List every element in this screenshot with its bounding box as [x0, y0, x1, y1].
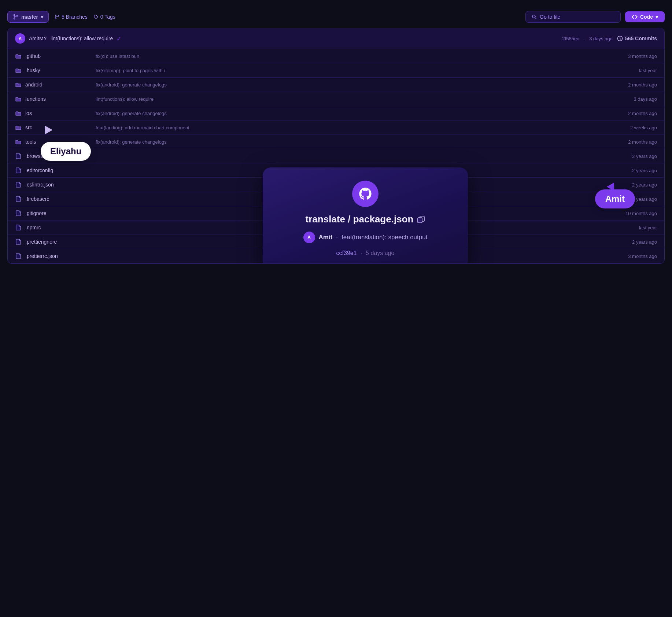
- toolbar-right: Go to file Code ▾: [525, 11, 665, 23]
- branches-icon: [55, 14, 60, 19]
- folder-icon: [15, 138, 22, 145]
- file-icon: [15, 196, 22, 202]
- table-row[interactable]: functions lint(functions): allow require…: [8, 92, 664, 106]
- file-commit-message: fix(sitemap): point to pages with /: [88, 68, 617, 73]
- tooltip-dot-2: ·: [361, 250, 362, 256]
- history-icon: [617, 36, 623, 41]
- commit-text: lint(functions): allow require: [51, 36, 113, 41]
- branches-label: 5 Branches: [62, 14, 88, 20]
- tags-label: 0 Tags: [100, 14, 115, 20]
- tooltip-hash-row: ccf39e1 · 5 days ago: [336, 250, 395, 256]
- tooltip-commit-message: feat(translation): speech output: [341, 234, 427, 241]
- github-logo: [352, 181, 379, 207]
- table-row[interactable]: .browserslistrc 3 years ago: [8, 149, 664, 163]
- file-time: 2 months ago: [617, 139, 657, 145]
- file-name: tools: [25, 139, 36, 145]
- folder-icon: [15, 81, 22, 88]
- table-row[interactable]: ios fix(android): generate changelogs 2 …: [8, 106, 664, 121]
- file-tooltip-card: translate / package.json A Amit · feat(t…: [263, 167, 468, 264]
- code-icon: [632, 14, 638, 20]
- svg-point-4: [55, 18, 56, 19]
- tooltip-overlay: translate / package.json A Amit · feat(t…: [66, 167, 664, 264]
- toolbar-left: master ▾ 5 Branches 0 Tags: [7, 11, 115, 23]
- table-row[interactable]: .husky fix(sitemap): point to pages with…: [8, 63, 664, 78]
- file-row-left: android: [15, 81, 88, 88]
- commits-link[interactable]: 565 Commits: [617, 36, 657, 41]
- latest-commit-message: AmitMY: [29, 36, 47, 41]
- tooltip-time: 5 days ago: [366, 250, 394, 256]
- check-icon: ✓: [117, 35, 121, 42]
- repo-header-left: A AmitMY lint(functions): allow require …: [15, 33, 121, 44]
- commit-time: 3 days ago: [589, 36, 613, 41]
- tag-icon: [93, 14, 99, 19]
- folder-icon: [15, 124, 22, 131]
- file-name: .eslintrc.json: [25, 182, 54, 188]
- folder-icon: [15, 67, 22, 74]
- file-name: ios: [25, 110, 32, 116]
- folder-icon: [15, 110, 22, 117]
- file-name: .github: [25, 53, 41, 59]
- file-time: last year: [617, 68, 657, 73]
- eliyahu-name-bubble: Eliyahu: [41, 142, 91, 161]
- file-time: 2 months ago: [617, 111, 657, 116]
- tooltip-dot-1: ·: [336, 234, 338, 241]
- repo-file-browser: A AmitMY lint(functions): allow require …: [7, 28, 665, 264]
- table-row[interactable]: android fix(android): generate changelog…: [8, 78, 664, 92]
- file-commit-message: lint(functions): allow require: [88, 96, 617, 102]
- avatar: A: [15, 33, 25, 44]
- code-button[interactable]: Code ▾: [625, 11, 665, 22]
- goto-file-search[interactable]: Go to file: [525, 11, 621, 23]
- tooltip-title: translate / package.json: [306, 214, 425, 225]
- file-name: .firebaserc: [25, 196, 49, 202]
- file-name: .prettierrc.json: [25, 253, 58, 259]
- repo-commit-header: A AmitMY lint(functions): allow require …: [8, 28, 664, 49]
- svg-point-0: [14, 15, 15, 16]
- toolbar: master ▾ 5 Branches 0 Tags: [7, 7, 665, 28]
- search-placeholder: Go to file: [540, 14, 560, 20]
- file-time: 3 days ago: [617, 96, 657, 102]
- table-row[interactable]: .github fix(ci): use latest bun 3 months…: [8, 49, 664, 63]
- file-name: .npmrc: [25, 225, 41, 230]
- commits-count: 565 Commits: [625, 36, 657, 41]
- repo-header-right: 2f585ec · 3 days ago 565 Commits: [562, 36, 657, 41]
- search-icon: [532, 14, 537, 19]
- file-row-left: .github: [15, 53, 88, 59]
- commit-separator: ·: [584, 36, 585, 41]
- amit-name-bubble: Amit: [595, 189, 635, 208]
- code-label: Code: [640, 14, 653, 20]
- table-row[interactable]: src feat(landing): add mermaid chart com…: [8, 121, 664, 135]
- table-row[interactable]: tools fix(android): generate changelogs …: [8, 135, 664, 149]
- file-name: .gitignore: [25, 210, 47, 216]
- svg-point-7: [532, 15, 535, 18]
- file-commit-message: feat(landing): add mermaid chart compone…: [88, 125, 617, 130]
- branch-dropdown-arrow: ▾: [41, 14, 43, 20]
- file-name: android: [25, 82, 43, 88]
- file-name: functions: [25, 96, 46, 102]
- branch-label: master: [21, 14, 38, 20]
- file-icon: [15, 210, 22, 217]
- branches-link[interactable]: 5 Branches: [55, 14, 88, 20]
- tags-link[interactable]: 0 Tags: [93, 14, 115, 20]
- svg-rect-10: [418, 218, 422, 223]
- file-row-left: ios: [15, 110, 88, 117]
- copy-icon[interactable]: [417, 215, 425, 223]
- file-row-left: functions: [15, 96, 88, 102]
- file-time: 2 weeks ago: [617, 125, 657, 130]
- file-icon: [15, 153, 22, 159]
- file-icon: [15, 224, 22, 231]
- file-time: 2 months ago: [617, 82, 657, 88]
- file-icon: [15, 253, 22, 259]
- code-dropdown-arrow: ▾: [656, 14, 658, 20]
- file-name: src: [25, 125, 32, 130]
- file-commit-message: fix(ci): use latest bun: [88, 53, 617, 59]
- branch-button[interactable]: master ▾: [7, 11, 49, 23]
- tooltip-hash: ccf39e1: [336, 250, 357, 256]
- github-icon: [358, 186, 373, 201]
- file-name: .prettierignore: [25, 239, 57, 245]
- svg-point-1: [14, 18, 15, 19]
- branch-icon: [13, 14, 19, 20]
- tooltip-commit-info: A Amit · feat(translation): speech outpu…: [303, 232, 428, 243]
- file-icon: [15, 239, 22, 245]
- commit-hash: 2f585ec: [562, 36, 579, 41]
- tooltip-author-avatar: A: [303, 232, 315, 243]
